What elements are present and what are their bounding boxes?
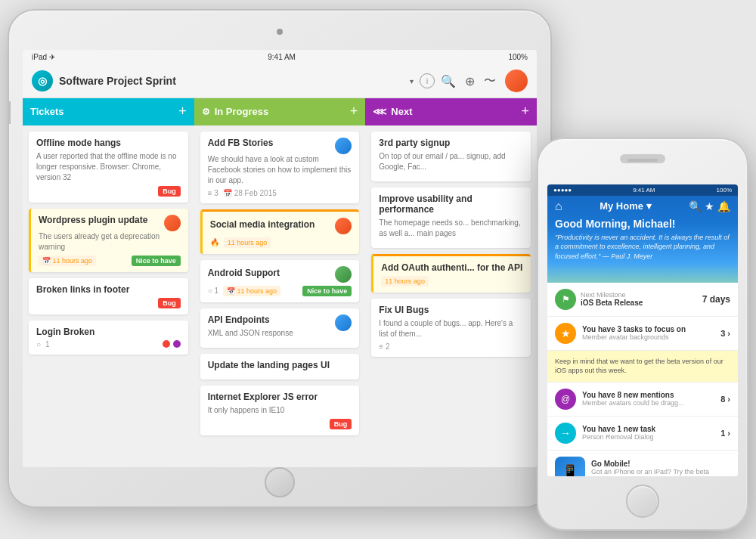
tickets-add-button[interactable]: + [178, 104, 187, 119]
uibugs-comments: ≡ 2 [379, 342, 389, 351]
phone-nav: ⌂ My Home ▾ 🔍 ★ 🔔 [555, 200, 730, 213]
android-nice-badge: Nice to have [302, 286, 352, 296]
tickets-header: Tickets + [23, 98, 194, 125]
api-title: API Endpoints [208, 314, 293, 325]
add-icon[interactable]: ⊕ [465, 74, 475, 88]
phone-star-icon[interactable]: ★ [705, 200, 714, 212]
ie-footer: Bug [208, 419, 352, 429]
card-fb-stories[interactable]: Add FB Stories We should have a look at … [200, 132, 360, 203]
android-title: Android Support [208, 268, 280, 278]
card-wordpress-footer: 📅 11 hours ago Nice to have [39, 256, 181, 266]
card-3rd-signup[interactable]: 3rd party signup On top of our email / p… [371, 132, 531, 181]
mentions-text: You have 8 new mentions Member avatars c… [582, 391, 714, 407]
arrow-icon: → [560, 427, 571, 439]
phone-search-icon[interactable]: 🔍 [689, 200, 702, 212]
status-left: iPad ✈ [32, 53, 55, 61]
social-title: Social media integration [210, 219, 315, 230]
card-oauth[interactable]: Add OAuth authenti... for the API 11 hou… [371, 254, 531, 293]
iphone-home-button[interactable] [626, 485, 659, 518]
activity-icon[interactable]: 〜 [484, 73, 496, 89]
fb-meta: ≡ 3 📅 28 Feb 2015 [208, 189, 352, 197]
card-offline-title: Offline mode hangs [36, 138, 181, 148]
in-progress-add-button[interactable]: + [350, 104, 358, 119]
ipad-nav-bar: ◎ Software Project Sprint ▾ i 🔍 ⊕ 〜 [23, 65, 537, 98]
ipad-status-bar: iPad ✈ 9:41 AM 100% [23, 50, 537, 65]
card-login-broken[interactable]: Login Broken ○ 1 [29, 321, 188, 355]
fb-date: 📅 28 Feb 2015 [223, 189, 277, 197]
phone-go-mobile-item[interactable]: 📱 Go Mobile! Got an iPhone or an iPad? T… [547, 451, 738, 476]
in-progress-label: In Progress [215, 106, 269, 117]
card-landing-pages[interactable]: Update the landing pages UI [200, 354, 360, 379]
milestone-label: Next Milestone [581, 291, 698, 299]
landing-title: Update the landing pages UI [208, 360, 352, 370]
mobile-icon: 📱 [562, 463, 578, 476]
new-task-count: 1 › [720, 429, 730, 438]
card-usability[interactable]: Improve usability and performance The ho… [371, 187, 531, 248]
mentions-title: You have 8 new mentions [582, 391, 714, 399]
tasks-desc: Member avatar backgrounds [582, 333, 714, 341]
at-icon: @ [561, 394, 570, 404]
tasks-icon: ★ [555, 323, 576, 344]
phone-mentions-item[interactable]: @ You have 8 new mentions Member avatars… [547, 383, 738, 417]
broken-bug-badge: Bug [158, 298, 181, 308]
next-body: 3rd party signup On top of our email / p… [365, 125, 537, 467]
card-broken-links[interactable]: Broken links in footer Bug [29, 278, 188, 314]
phone-home-title[interactable]: My Home ▾ [600, 200, 651, 212]
go-mobile-img: 📱 [555, 457, 585, 476]
wordpress-time: 📅 11 hours ago [39, 256, 96, 266]
mentions-count: 8 › [720, 395, 730, 404]
nice-badge: Nice to have [132, 256, 181, 266]
phone-bell-icon[interactable]: 🔔 [717, 200, 730, 212]
card-offline-footer: Bug [36, 186, 181, 197]
broken-links-footer: Bug [36, 298, 181, 308]
milestone-sublabel: iOS Beta Release [581, 299, 698, 307]
android-footer: ○ 1 📅 11 hours ago Nice to have [208, 286, 352, 296]
info-button[interactable]: i [420, 73, 435, 88]
project-title: Software Project Sprint [59, 75, 404, 87]
oauth-time: 11 hours ago [381, 276, 429, 287]
ipad-screen: iPad ✈ 9:41 AM 100% ◎ Software Project S… [23, 50, 537, 467]
phone-banner: Keep in mind that we want to get the bet… [547, 351, 738, 383]
new-task-desc: Person Removal Dialog [582, 433, 714, 441]
app-logo: ◎ [32, 70, 53, 91]
card-android-support[interactable]: Android Support ○ 1 📅 11 hours ago Nice … [200, 260, 360, 302]
oauth-meta: 11 hours ago [381, 276, 523, 287]
ie-bug-badge: Bug [330, 419, 352, 429]
social-time: 11 hours ago [224, 237, 271, 248]
in-progress-column: ⚙ In Progress + Add FB Stories We sh [194, 98, 366, 467]
phone-tasks-item[interactable]: ★ You have 3 tasks to focus on Member av… [547, 317, 738, 351]
tickets-body: Offline mode hangs A user reported that … [23, 125, 194, 467]
bug-badge: Bug [158, 186, 181, 197]
tasks-title: You have 3 tasks to focus on [582, 325, 714, 333]
phone-status-bar: ●●●●● 9:41 AM 100% [547, 184, 738, 196]
card-offline-mode[interactable]: Offline mode hangs A user reported that … [29, 132, 188, 203]
usability-desc: The homepage needs so... benchmarking, a… [379, 218, 523, 239]
card-fix-ui-bugs[interactable]: Fix UI Bugs I found a couple of bugs... … [371, 299, 531, 357]
api-avatar [335, 314, 352, 331]
signup-desc: On top of our email / pa... signup, add … [379, 151, 523, 172]
android-time: 📅 11 hours ago [223, 286, 280, 296]
search-icon[interactable]: 🔍 [441, 74, 456, 88]
phone-milestone-item[interactable]: ⚑ Next Milestone iOS Beta Release 7 days [547, 283, 738, 317]
card-ie-error[interactable]: Internet Explorer JS error It only happe… [200, 386, 360, 435]
next-add-button[interactable]: + [522, 104, 530, 119]
card-wordpress[interactable]: Wordpress plugin update The users alread… [29, 209, 188, 272]
card-api-endpoints[interactable]: API Endpoints XML and JSON response [200, 308, 360, 348]
ipad-home-button[interactable] [265, 467, 295, 497]
tasks-text: You have 3 tasks to focus on Member avat… [582, 325, 714, 341]
phone-greeting: Good Morning, Michael! [555, 218, 730, 230]
phone-new-task-item[interactable]: → You have 1 new task Person Removal Dia… [547, 417, 738, 451]
ipad-volume-button [8, 101, 11, 124]
scene: iPad ✈ 9:41 AM 100% ◎ Software Project S… [8, 9, 748, 531]
iphone-device: ●●●●● 9:41 AM 100% ⌂ My Home ▾ 🔍 ★ 🔔 Goo… [537, 138, 748, 531]
card-offline-desc: A user reported that the offline mode is… [36, 151, 181, 183]
ie-desc: It only happens in IE10 [208, 405, 352, 416]
nav-actions: 🔍 ⊕ 〜 [441, 70, 528, 92]
card-social-media[interactable]: Social media integration 🔥 11 hours ago [200, 209, 360, 254]
user-avatar[interactable] [505, 70, 528, 92]
uibugs-title: Fix UI Bugs [379, 305, 523, 315]
next-header-left: ⋘ Next [373, 106, 412, 117]
red-dot [163, 340, 170, 348]
status-center: 9:41 AM [268, 53, 296, 61]
dropdown-arrow[interactable]: ▾ [410, 77, 414, 85]
